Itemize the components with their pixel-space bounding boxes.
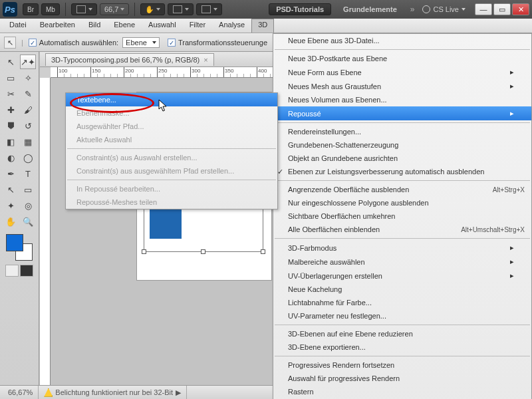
document-tab[interactable]: 3D-Typocomposing.psd bei 66,7% (p, RGB/8… <box>45 53 214 66</box>
move-tool-icon[interactable]: ↖ <box>4 37 16 49</box>
magic-wand-tool[interactable]: ✧ <box>20 70 36 85</box>
transform-handle[interactable] <box>201 249 205 254</box>
menu-item[interactable]: Sichtbare Oberflächen umkehren <box>273 209 531 223</box>
menu-item[interactable]: Alle Oberflächen einblendenAlt+Umschalt+… <box>273 223 531 236</box>
crop-tool[interactable]: ✂ <box>3 86 19 101</box>
menu-item[interactable]: Grundebenen-Schattenerzeugung <box>273 138 531 152</box>
menu-item[interactable]: UV-Parameter neu festlegen... <box>273 309 531 323</box>
history-brush-tool[interactable]: ↺ <box>20 118 36 133</box>
screen-icon <box>201 5 211 13</box>
status-zoom[interactable]: 66,67% <box>3 386 39 399</box>
menu-item[interactable]: 3D-Ebene exportieren... <box>273 340 531 354</box>
workspace-label[interactable]: Grundelemente <box>336 4 404 15</box>
menu-filter[interactable]: Filter <box>183 19 212 33</box>
menu-bild[interactable]: Bild <box>82 19 107 33</box>
menu-item-label: Neue Ebene aus 3D-Datei... <box>288 37 380 45</box>
type-tool[interactable]: T <box>20 166 36 181</box>
path-selection-tool[interactable]: ↖ <box>3 182 19 197</box>
menu-item[interactable]: Neue Kachelung <box>273 283 531 296</box>
workspace-more[interactable]: » <box>410 5 415 14</box>
color-swatch[interactable] <box>6 234 33 261</box>
hand-tool[interactable]: ✋ <box>3 214 19 229</box>
menu-item[interactable]: 3D-Farbmodus▸ <box>273 241 531 255</box>
eyedropper-tool[interactable]: ✎ <box>20 86 36 101</box>
dodge-tool[interactable]: ◯ <box>20 150 36 165</box>
submenu-item[interactable]: Textebene... <box>66 93 277 106</box>
arrange-button[interactable] <box>168 3 194 15</box>
auto-select-checkbox[interactable]: ✓ <box>29 39 37 47</box>
chevron-right-icon[interactable]: ▶ <box>176 388 181 397</box>
menu-datei[interactable]: Datei <box>3 19 33 33</box>
menu-item[interactable]: Rastern <box>273 385 531 398</box>
menu-item[interactable]: Objekt an Grundebene ausrichten <box>273 152 531 165</box>
bridge-button[interactable]: Br <box>23 3 39 15</box>
view-extras-button[interactable] <box>71 3 97 15</box>
marquee-tool[interactable]: ▭ <box>3 70 19 85</box>
menu-item[interactable]: Rendereinstellungen... <box>273 125 531 138</box>
menu-bearbeiten[interactable]: Bearbeiten <box>33 19 82 33</box>
transform-handle[interactable] <box>142 249 146 254</box>
menu-3d: Neue Ebene aus 3D-Datei...Neue 3D-Postka… <box>273 33 532 399</box>
3d-tool[interactable]: ↗✦ <box>20 55 36 69</box>
menu-item[interactable]: Neue Form aus Ebene▸ <box>273 65 531 79</box>
screenmode-button[interactable] <box>196 3 222 15</box>
shape-tool[interactable]: ▭ <box>20 182 36 197</box>
zoom-input[interactable]: 66,7 <box>100 3 129 15</box>
menu-item-label: Neue Kachelung <box>288 285 342 293</box>
ruler-tick: 350 <box>225 68 233 74</box>
document-tab-title: 3D-Typocomposing.psd bei 66,7% (p, RGB/8… <box>51 56 200 64</box>
menu-item[interactable]: Nur eingeschlossene Polygone ausblenden <box>273 196 531 209</box>
menu-item[interactable]: Auswahl für progressives Rendern <box>273 372 531 385</box>
menu-item[interactable]: Angrenzende Oberfläche ausblendenAlt+Str… <box>273 183 531 196</box>
healing-tool[interactable]: ✚ <box>3 102 19 117</box>
menu-item[interactable]: 3D-Ebenen auf eine Ebene reduzieren <box>273 327 531 340</box>
foreground-color[interactable] <box>6 234 23 251</box>
menu-item[interactable]: UV-Überlagerungen erstellen▸ <box>273 269 531 283</box>
cslive-button[interactable]: CS Live <box>422 5 466 13</box>
warning-icon <box>44 388 53 397</box>
menu-item-label: Repoussé <box>288 110 321 118</box>
menu-item[interactable]: Neues Mesh aus Graustufen▸ <box>273 79 531 93</box>
pen-tool[interactable]: ✒ <box>3 166 19 181</box>
quickmask-off[interactable] <box>5 265 19 277</box>
workspace-active[interactable]: PSD-Tutorials <box>269 3 331 15</box>
minimize-button[interactable]: — <box>475 3 492 15</box>
menu-item[interactable]: Malbereiche auswählen▸ <box>273 255 531 269</box>
eraser-tool[interactable]: ◧ <box>3 134 19 149</box>
stamp-tool[interactable]: ⛊ <box>3 118 19 133</box>
menu-item[interactable]: Ebenen zur Leistungsverbesserung automat… <box>273 165 531 178</box>
maximize-button[interactable]: ▭ <box>493 3 511 15</box>
submenu-item: Constraint(s) aus ausgewähltem Pfad erst… <box>66 164 277 178</box>
menu-item[interactable]: Neue 3D-Postkarte aus Ebene <box>273 52 531 65</box>
separator <box>65 3 66 16</box>
menu-item[interactable]: Neues Volumen aus Ebenen... <box>273 93 531 106</box>
menu-ebene[interactable]: Ebene <box>107 19 142 33</box>
transform-controls-checkbox[interactable]: ✓ <box>168 39 176 47</box>
menu-item-label: Neue Form aus Ebene <box>288 68 362 76</box>
menu-item[interactable]: Neue Ebene aus 3D-Datei... <box>273 34 531 47</box>
move-tool[interactable]: ↖ <box>3 55 19 69</box>
menu-item[interactable]: Lichtabnahme für Farbe... <box>273 296 531 309</box>
ruler-vertical <box>40 78 51 385</box>
menu-item[interactable]: Repoussé▸ <box>273 106 531 120</box>
menu-item-label: Ebenen zur Leistungsverbesserung automat… <box>288 168 484 176</box>
docs-button[interactable]: ✋ <box>140 3 165 15</box>
auto-select-mode[interactable]: Ebene <box>122 37 160 48</box>
brush-tool[interactable]: 🖌 <box>20 102 36 117</box>
3d-camera-tool[interactable]: ◎ <box>20 198 36 213</box>
quickmask-on[interactable] <box>20 265 33 277</box>
close-icon[interactable]: × <box>203 56 207 64</box>
menu-auswahl[interactable]: Auswahl <box>142 19 183 33</box>
zoom-tool[interactable]: 🔍 <box>20 214 36 229</box>
menu-3d[interactable]: 3D <box>251 19 274 33</box>
gradient-tool[interactable]: ▦ <box>20 134 36 149</box>
close-button[interactable]: ✕ <box>512 3 529 15</box>
transform-handle[interactable] <box>261 249 265 254</box>
menu-item-label: 3D-Ebenen auf eine Ebene reduzieren <box>288 330 413 338</box>
menu-analyse[interactable]: Analyse <box>212 19 251 33</box>
menu-item[interactable]: Progressives Rendern fortsetzen <box>273 358 531 372</box>
minibridge-button[interactable]: Mb <box>41 3 60 15</box>
blur-tool[interactable]: ◐ <box>3 150 19 165</box>
ps-logo: Ps <box>3 2 17 17</box>
3d-rotate-tool[interactable]: ✦ <box>3 198 19 213</box>
